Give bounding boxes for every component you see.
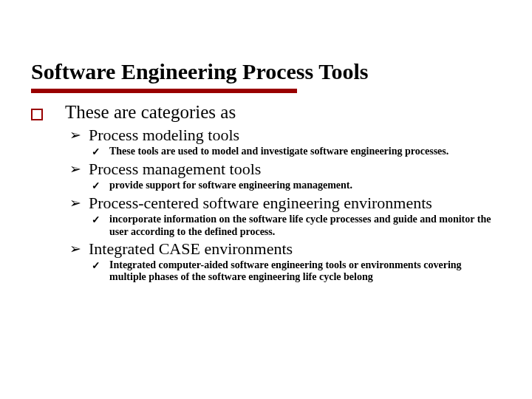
arrow-bullet-icon: ➢ (69, 239, 81, 259)
level2-label: Process-centered software engineering en… (89, 194, 432, 213)
level2-item: ➢ Process modeling tools (69, 126, 501, 145)
level3-list: ✓ provide support for software engineeri… (92, 180, 501, 193)
arrow-bullet-icon: ➢ (69, 126, 81, 145)
level3-item: ✓ incorporate information on the softwar… (92, 214, 501, 239)
level2-label: Process modeling tools (89, 126, 239, 145)
slide: Software Engineering Process Tools These… (0, 0, 532, 284)
level1-text: These are categories as (65, 102, 236, 123)
level3-text: provide support for software engineering… (109, 180, 352, 192)
level2-label: Integrated CASE environments (89, 239, 293, 259)
arrow-bullet-icon: ➢ (69, 160, 81, 179)
level2-list: ➢ Process modeling tools ✓ These tools a… (69, 126, 501, 284)
level2-item: ➢ Integrated CASE environments (69, 239, 501, 259)
level3-text: Integrated computer-aided software engin… (109, 259, 494, 284)
level2-item: ➢ Process-centered software engineering … (69, 194, 501, 213)
level2-label: Process management tools (89, 160, 261, 179)
check-bullet-icon: ✓ (92, 214, 100, 227)
level3-text: These tools are used to model and invest… (109, 146, 449, 158)
square-bullet-icon (31, 109, 43, 120)
level3-item: ✓ These tools are used to model and inve… (92, 146, 501, 159)
arrow-bullet-icon: ➢ (69, 194, 81, 213)
level3-item: ✓ provide support for software engineeri… (92, 180, 501, 193)
level3-list: ✓ Integrated computer-aided software eng… (92, 259, 501, 284)
check-bullet-icon: ✓ (92, 259, 100, 273)
level3-list: ✓ incorporate information on the softwar… (92, 214, 501, 239)
check-bullet-icon: ✓ (92, 180, 100, 193)
level2-item: ➢ Process management tools (69, 160, 501, 179)
page-title: Software Engineering Process Tools (31, 59, 501, 84)
check-bullet-icon: ✓ (92, 146, 100, 159)
level3-item: ✓ Integrated computer-aided software eng… (92, 259, 501, 284)
level3-list: ✓ These tools are used to model and inve… (92, 146, 501, 159)
level1-item: These are categories as (31, 102, 501, 123)
title-underline (31, 89, 297, 93)
level3-text: incorporate information on the software … (109, 214, 494, 239)
